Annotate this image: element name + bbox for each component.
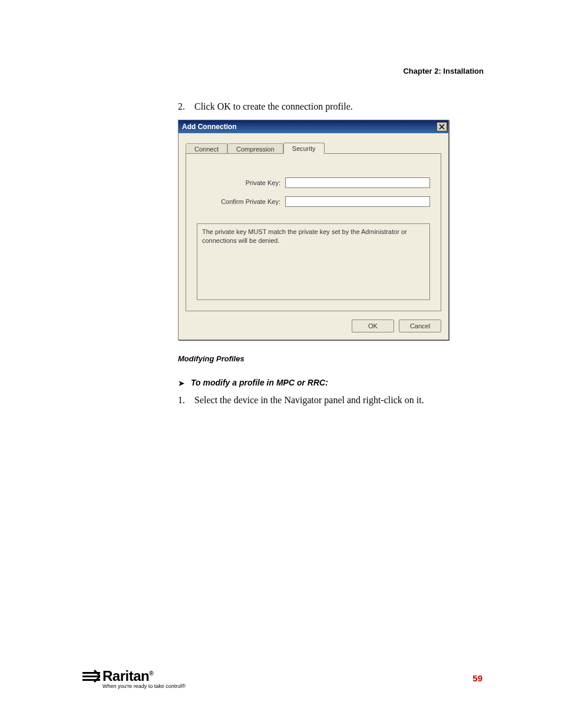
private-key-row: Private Key: (197, 177, 430, 188)
close-icon (439, 124, 445, 130)
step-1: 1. Select the device in the Navigator pa… (178, 395, 424, 406)
private-key-input[interactable] (285, 177, 430, 188)
footer-logo: Raritan® When you're ready to take contr… (82, 668, 186, 689)
confirm-private-key-label: Confirm Private Key: (197, 198, 285, 205)
add-connection-dialog: Add Connection Connect Compression Secur… (178, 120, 449, 340)
tab-strip: Connect Compression Security (186, 140, 441, 153)
confirm-private-key-input[interactable] (285, 196, 430, 207)
action-row: ➤ To modify a profile in MPC or RRC: (178, 378, 328, 388)
action-text: To modify a profile in MPC or RRC: (191, 378, 328, 387)
confirm-private-key-row: Confirm Private Key: (197, 196, 430, 207)
tab-security[interactable]: Security (283, 143, 325, 154)
footer-reg-mark: ® (149, 670, 153, 677)
raritan-logo-icon (82, 668, 100, 684)
footer-brand-name: Raritan (103, 668, 149, 684)
dialog-title: Add Connection (182, 123, 237, 131)
security-tab-panel: Private Key: Confirm Private Key: The pr… (186, 153, 441, 311)
step-2: 2. Click OK to create the connection pro… (178, 101, 353, 112)
modifying-profiles-heading: Modifying Profiles (178, 354, 244, 363)
hint-box: The private key MUST match the private k… (197, 223, 430, 300)
footer-brand: Raritan® (103, 668, 153, 684)
page-number: 59 (472, 673, 482, 683)
private-key-label: Private Key: (197, 179, 285, 186)
tab-compression[interactable]: Compression (227, 143, 283, 154)
dialog-titlebar: Add Connection (178, 120, 448, 133)
footer-tagline: When you're ready to take control® (103, 683, 186, 689)
ok-button[interactable]: OK (352, 319, 394, 332)
action-arrow-icon: ➤ (178, 378, 185, 388)
svg-rect-3 (82, 676, 100, 677)
dialog-body: Connect Compression Security Private Key… (178, 133, 448, 319)
chapter-header: Chapter 2: Installation (403, 67, 484, 75)
step-2-number: 2. (178, 101, 192, 112)
close-button[interactable] (437, 122, 447, 131)
step-2-text: Click OK to create the connection profil… (194, 101, 353, 111)
cancel-button[interactable]: Cancel (399, 319, 441, 332)
tab-connect[interactable]: Connect (186, 143, 227, 154)
step-1-number: 1. (178, 395, 192, 406)
step-1-text: Select the device in the Navigator panel… (194, 395, 424, 405)
dialog-button-row: OK Cancel (178, 319, 448, 340)
